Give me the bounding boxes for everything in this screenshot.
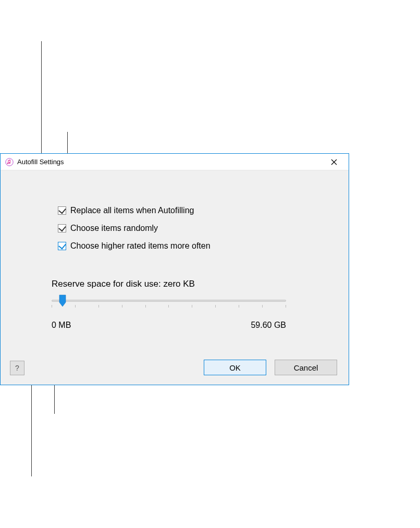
titlebar: Autofill Settings [1, 154, 349, 170]
itunes-icon [5, 157, 14, 167]
option-label: Choose items randomly [70, 224, 158, 233]
option-choose-random[interactable]: Choose items randomly [1, 219, 349, 237]
close-button[interactable] [324, 155, 344, 169]
slider-thumb[interactable] [59, 294, 66, 307]
button-label: OK [229, 363, 241, 372]
dialog-buttons: OK Cancel [204, 360, 337, 375]
slider-max-label: 59.60 GB [251, 321, 286, 330]
ok-button[interactable]: OK [204, 360, 266, 375]
help-button[interactable]: ? [10, 361, 24, 375]
svg-point-0 [6, 158, 13, 165]
checkbox-icon[interactable] [58, 224, 66, 232]
autofill-settings-dialog: Autofill Settings Replace all items when… [0, 153, 349, 385]
reserve-space-label: Reserve space for disk use: zero KB [1, 279, 349, 289]
option-label: Replace all items when Autofilling [70, 206, 194, 215]
option-higher-rated[interactable]: Choose higher rated items more often [1, 237, 349, 255]
option-label: Choose higher rated items more often [70, 241, 211, 251]
checkbox-icon[interactable] [58, 206, 66, 215]
dialog-body: Replace all items when Autofilling Choos… [1, 170, 349, 385]
slider-min-label: 0 MB [52, 321, 71, 330]
close-icon [331, 159, 337, 165]
slider-ticks [52, 305, 286, 308]
slider-track [52, 300, 286, 302]
reserve-space-slider[interactable] [52, 294, 286, 309]
help-icon: ? [15, 364, 19, 372]
dialog-title: Autofill Settings [17, 158, 64, 166]
slider-range: 0 MB 59.60 GB [52, 321, 286, 330]
button-label: Cancel [294, 363, 318, 372]
cancel-button[interactable]: Cancel [275, 360, 337, 375]
option-replace-all[interactable]: Replace all items when Autofilling [1, 202, 349, 219]
checkbox-icon[interactable] [58, 242, 66, 250]
